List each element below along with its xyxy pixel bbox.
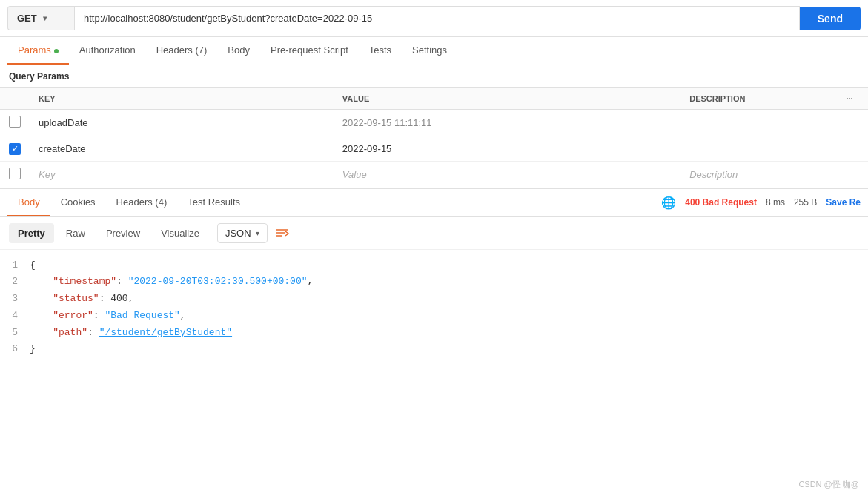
url-input[interactable] bbox=[74, 6, 800, 30]
row1-key[interactable]: uploadDate bbox=[30, 110, 334, 136]
row2-key[interactable]: createDate bbox=[30, 136, 334, 162]
body-tab-visualize[interactable]: Visualize bbox=[152, 223, 208, 243]
body-tab-preview[interactable]: Preview bbox=[97, 223, 149, 243]
tab-params[interactable]: Params bbox=[7, 37, 69, 65]
row2-desc[interactable] bbox=[680, 136, 831, 162]
row3-actions[interactable] bbox=[831, 161, 868, 188]
json-line-3: 3 "status": 400, bbox=[0, 291, 868, 308]
status-badge: 400 Bad Request bbox=[685, 197, 757, 208]
col-header-desc: DESCRIPTION bbox=[680, 88, 831, 110]
wrap-icon[interactable] bbox=[275, 227, 290, 239]
table-row: ✓ createDate 2022-09-15 bbox=[0, 136, 868, 162]
query-params-label: Query Params bbox=[0, 65, 868, 88]
row2-checkbox[interactable]: ✓ bbox=[9, 143, 21, 155]
body-toolbar: Pretty Raw Preview Visualize JSON ▾ bbox=[0, 217, 868, 250]
request-tabs: Params Authorization Headers (7) Body Pr… bbox=[0, 37, 868, 65]
body-tab-raw[interactable]: Raw bbox=[57, 223, 94, 243]
row2-value[interactable]: 2022-09-15 bbox=[334, 136, 680, 162]
response-size: 255 B bbox=[794, 197, 817, 208]
resp-tab-testresults[interactable]: Test Results bbox=[177, 189, 251, 216]
row1-value[interactable]: 2022-09-15 11:11:11 bbox=[334, 110, 680, 136]
resp-tab-headers[interactable]: Headers (4) bbox=[106, 189, 178, 216]
row2-actions[interactable] bbox=[831, 136, 868, 162]
row1-checkbox[interactable] bbox=[9, 116, 21, 128]
format-select[interactable]: JSON ▾ bbox=[217, 223, 268, 243]
row3-desc[interactable]: Description bbox=[680, 161, 831, 188]
row3-checkbox-cell[interactable] bbox=[0, 161, 30, 188]
method-chevron-icon: ▾ bbox=[43, 14, 47, 22]
tab-settings[interactable]: Settings bbox=[402, 37, 457, 65]
tab-prerequest[interactable]: Pre-request Script bbox=[260, 37, 359, 65]
json-line-6: 6 } bbox=[0, 341, 868, 358]
method-label: GET bbox=[17, 13, 37, 24]
globe-icon: 🌐 bbox=[661, 196, 676, 210]
col-header-actions: ··· bbox=[831, 88, 868, 110]
row2-checkbox-cell[interactable]: ✓ bbox=[0, 136, 30, 162]
tab-headers[interactable]: Headers (7) bbox=[146, 37, 218, 65]
row1-actions[interactable] bbox=[831, 110, 868, 136]
response-section: Body Cookies Headers (4) Test Results 🌐 … bbox=[0, 188, 868, 366]
response-status: 🌐 400 Bad Request 8 ms 255 B Save Re bbox=[661, 196, 861, 210]
method-select[interactable]: GET ▾ bbox=[7, 6, 74, 30]
col-header-value: VALUE bbox=[334, 88, 680, 110]
url-bar: GET ▾ Send bbox=[0, 0, 868, 37]
response-tabs: Body Cookies Headers (4) Test Results bbox=[7, 189, 251, 216]
format-chevron-icon: ▾ bbox=[256, 229, 259, 237]
response-time: 8 ms bbox=[766, 197, 785, 208]
json-line-5: 5 "path": "/student/getByStudent" bbox=[0, 325, 868, 342]
json-body: 1 { 2 "timestamp": "2022-09-20T03:02:30.… bbox=[0, 250, 868, 366]
json-line-2: 2 "timestamp": "2022-09-20T03:02:30.500+… bbox=[0, 274, 868, 291]
resp-tab-body[interactable]: Body bbox=[7, 189, 50, 216]
body-tab-pretty[interactable]: Pretty bbox=[9, 223, 54, 243]
params-table: KEY VALUE DESCRIPTION ··· uploadDate 202… bbox=[0, 88, 868, 188]
send-button[interactable]: Send bbox=[800, 7, 861, 30]
response-header: Body Cookies Headers (4) Test Results 🌐 … bbox=[0, 189, 868, 217]
json-line-4: 4 "error": "Bad Request", bbox=[0, 308, 868, 325]
row3-value[interactable]: Value bbox=[334, 161, 680, 188]
tab-body[interactable]: Body bbox=[217, 37, 260, 65]
save-response-button[interactable]: Save Re bbox=[826, 197, 861, 208]
row1-desc[interactable] bbox=[680, 110, 831, 136]
row3-checkbox[interactable] bbox=[9, 168, 21, 179]
params-dot bbox=[54, 49, 59, 53]
row1-checkbox-cell[interactable] bbox=[0, 110, 30, 136]
col-header-key: KEY bbox=[30, 88, 334, 110]
row3-key[interactable]: Key bbox=[30, 161, 334, 188]
resp-tab-cookies[interactable]: Cookies bbox=[50, 189, 106, 216]
json-line-1: 1 { bbox=[0, 257, 868, 274]
format-label: JSON bbox=[225, 228, 251, 239]
tab-authorization[interactable]: Authorization bbox=[69, 37, 146, 65]
tab-tests[interactable]: Tests bbox=[359, 37, 402, 65]
table-row: Key Value Description bbox=[0, 161, 868, 188]
col-header-check bbox=[0, 88, 30, 110]
table-row: uploadDate 2022-09-15 11:11:11 bbox=[0, 110, 868, 136]
